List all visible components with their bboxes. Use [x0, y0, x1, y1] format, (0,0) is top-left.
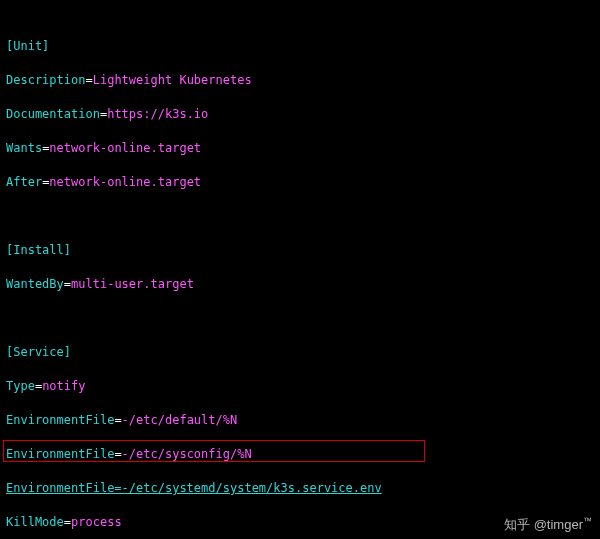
unit-description-line: Description=Lightweight Kubernetes [6, 72, 594, 89]
install-wantedby-line: WantedBy=multi-user.target [6, 276, 594, 293]
service-envfile2-line: EnvironmentFile=-/etc/sysconfig/%N [6, 446, 594, 463]
unit-after-line: After=network-online.target [6, 174, 594, 191]
section-header-service: [Service] [6, 344, 594, 361]
section-header-unit: [Unit] [6, 38, 594, 55]
service-envfile3-line: EnvironmentFile=-/etc/systemd/system/k3s… [6, 480, 594, 497]
unit-documentation-line: Documentation=https://k3s.io [6, 106, 594, 123]
service-type-line: Type=notify [6, 378, 594, 395]
section-header-install: [Install] [6, 242, 594, 259]
unit-wants-line: Wants=network-online.target [6, 140, 594, 157]
blank-line [6, 310, 594, 327]
blank-line [6, 208, 594, 225]
terminal-viewport[interactable]: [Unit] Description=Lightweight Kubernete… [0, 0, 600, 539]
service-killmode-line: KillMode=process [6, 514, 594, 531]
service-envfile1-line: EnvironmentFile=-/etc/default/%N [6, 412, 594, 429]
